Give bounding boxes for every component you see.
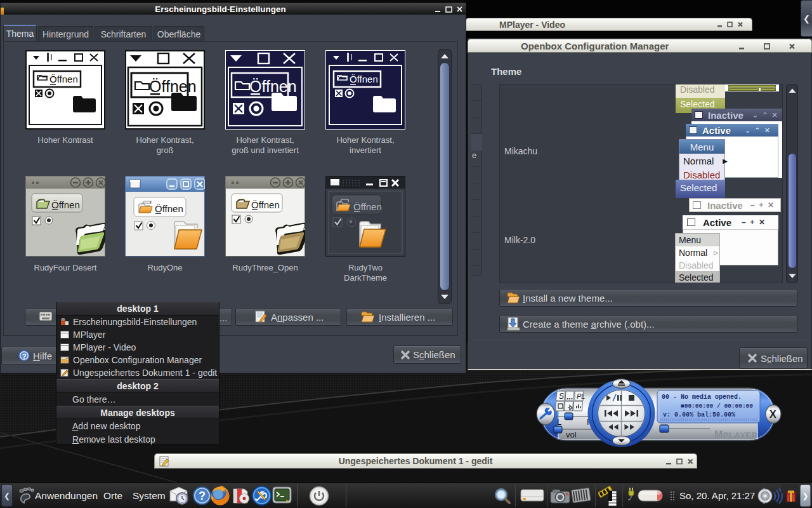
- svg-text:Öffnen: Öffnen: [251, 199, 280, 210]
- svg-text:Öffnen: Öffnen: [353, 201, 382, 212]
- svg-text:?: ?: [199, 490, 206, 502]
- svg-text:00 - No media opened.: 00 - No media opened.: [662, 394, 742, 401]
- svg-text:...: ...: [566, 392, 573, 401]
- svg-text:Öffnen: Öffnen: [149, 77, 197, 95]
- svg-text:S: S: [559, 392, 564, 401]
- svg-text:MPLAYER: MPLAYER: [714, 429, 757, 440]
- svg-text:PL: PL: [577, 392, 585, 400]
- svg-text:Öffnen: Öffnen: [155, 203, 183, 214]
- svg-text:v: 0.00% bal:50.00%: v: 0.00% bal:50.00%: [663, 411, 735, 418]
- svg-text:Öffnen: Öffnen: [51, 199, 80, 210]
- svg-text:Öffnen: Öffnen: [249, 77, 297, 95]
- svg-text:?: ?: [22, 352, 27, 360]
- svg-text:■00:00:00 / 00:00:00: ■00:00:00 / 00:00:00: [681, 403, 753, 410]
- svg-text:Öffnen: Öffnen: [350, 74, 378, 84]
- svg-text:Öffnen: Öffnen: [49, 74, 78, 84]
- svg-text:L: L: [557, 417, 561, 427]
- svg-text:vol: vol: [566, 430, 577, 439]
- svg-text:X: X: [769, 409, 776, 420]
